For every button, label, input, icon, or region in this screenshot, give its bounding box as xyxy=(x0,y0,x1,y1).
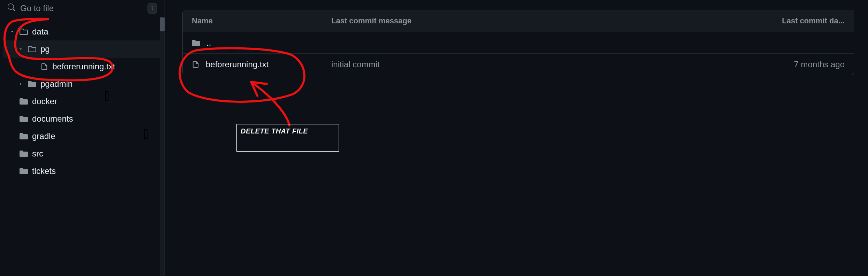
tree-item-beforerunning-txt[interactable]: beforerunning.txt xyxy=(3,58,162,75)
folder-icon xyxy=(20,132,28,140)
tree-item-tickets[interactable]: tickets xyxy=(3,162,162,180)
parent-directory-label: .. xyxy=(206,38,211,48)
directory-listing-panel: Name Last commit message Last commit da.… xyxy=(165,0,868,276)
tree-item-label: src xyxy=(32,149,43,159)
tree-item-gradle[interactable]: gradle xyxy=(3,128,162,145)
tree-item-label: docker xyxy=(32,97,57,106)
folder-icon xyxy=(28,80,36,88)
file-tree-sidebar: t datapgbeforerunning.txtpgadmindockerdo… xyxy=(0,0,165,276)
folder-icon xyxy=(20,150,28,158)
tree-item-label: tickets xyxy=(32,166,56,176)
tree-item-label: data xyxy=(32,27,48,37)
folder-open-icon xyxy=(20,28,28,36)
tree-item-label: pg xyxy=(40,44,50,54)
chevron-down-icon[interactable] xyxy=(17,45,24,54)
file-tree[interactable]: datapgbeforerunning.txtpgadmindockerdocu… xyxy=(0,17,165,276)
tree-item-pgadmin[interactable]: pgadmin xyxy=(3,75,162,93)
tree-item-pg[interactable]: pg xyxy=(3,40,162,58)
sidebar-scrollbar[interactable] xyxy=(160,17,165,276)
search-icon xyxy=(8,3,15,13)
chevron-right-icon[interactable] xyxy=(17,79,24,89)
file-row[interactable]: beforerunning.txtinitial commit7 months … xyxy=(183,53,854,75)
file-search-input[interactable] xyxy=(20,3,143,13)
column-header-date: Last commit da... xyxy=(754,16,845,25)
folder-open-icon xyxy=(28,45,36,53)
folder-icon xyxy=(20,167,28,175)
tree-item-documents[interactable]: documents xyxy=(3,110,162,128)
tree-item-label: pgadmin xyxy=(40,79,73,89)
sidebar-scrollbar-thumb[interactable] xyxy=(160,17,165,31)
folder-icon xyxy=(20,115,28,123)
file-table: Name Last commit message Last commit da.… xyxy=(182,10,854,75)
folder-icon xyxy=(20,97,28,106)
tree-item-docker[interactable]: docker xyxy=(3,93,162,110)
tree-item-label: documents xyxy=(32,114,73,124)
column-header-name: Name xyxy=(192,16,331,25)
text-caret-artifact xyxy=(105,91,108,101)
tree-item-src[interactable]: src xyxy=(3,145,162,162)
tree-item-label: gradle xyxy=(32,131,55,141)
file-name: beforerunning.txt xyxy=(206,60,269,69)
search-shortcut-key: t xyxy=(148,3,157,13)
chevron-down-icon[interactable] xyxy=(9,27,15,36)
file-icon xyxy=(192,61,199,68)
column-header-message: Last commit message xyxy=(331,16,754,25)
file-icon xyxy=(40,63,48,70)
text-caret-artifact xyxy=(144,129,148,139)
parent-directory-row[interactable]: .. xyxy=(183,32,854,53)
commit-message: initial commit xyxy=(331,60,754,69)
tree-item-data[interactable]: data xyxy=(3,23,162,40)
folder-icon xyxy=(192,39,200,47)
file-search-row: t xyxy=(0,0,165,17)
commit-date: 7 months ago xyxy=(754,60,845,69)
tree-item-label: beforerunning.txt xyxy=(52,62,115,71)
file-table-header: Name Last commit message Last commit da.… xyxy=(183,10,854,32)
